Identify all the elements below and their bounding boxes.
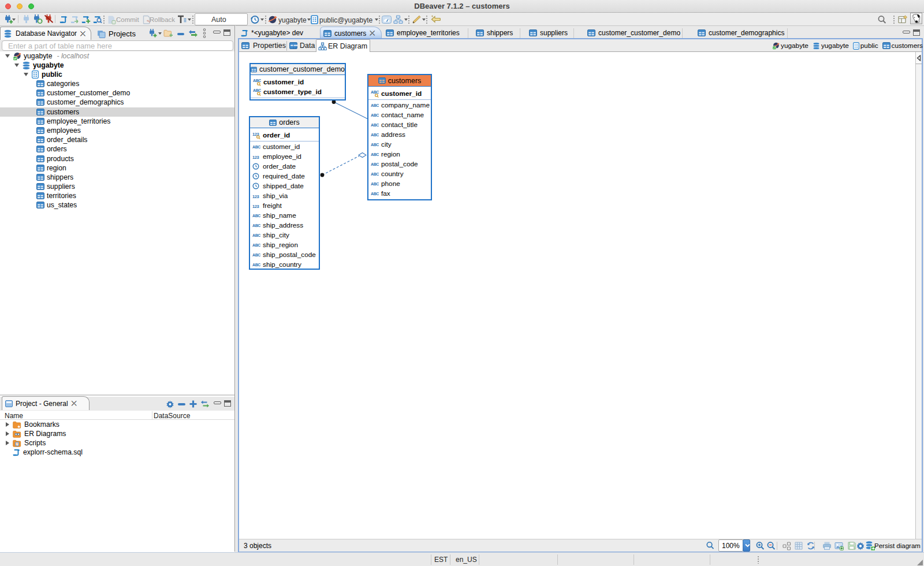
svg-text:ABC: ABC [371,152,379,157]
svg-text:ABC: ABC [371,182,379,186]
svg-text:ABC: ABC [371,162,379,166]
svg-text:ABC: ABC [371,133,379,137]
svg-text:ABC: ABC [371,113,379,117]
svg-text:123: 123 [252,193,259,199]
svg-text:ABC: ABC [371,172,379,176]
svg-text:ABC: ABC [252,253,260,257]
svg-text:ABC: ABC [371,192,379,196]
svg-text:ABC: ABC [252,263,260,267]
svg-text:ABC: ABC [252,145,260,149]
svg-text:123: 123 [252,154,259,159]
svg-text:ABC: ABC [371,103,379,107]
svg-text:ABC: ABC [253,88,261,92]
svg-text:ABC: ABC [371,90,379,94]
svg-text:ABC: ABC [253,79,261,83]
svg-text:ABC: ABC [371,123,379,127]
svg-text:ABC: ABC [371,143,379,147]
svg-text:ABC: ABC [252,214,260,218]
svg-text:ABC: ABC [252,233,260,237]
svg-text:123: 123 [252,203,259,208]
svg-text:ABC: ABC [252,224,260,228]
svg-text:ABC: ABC [252,243,260,247]
